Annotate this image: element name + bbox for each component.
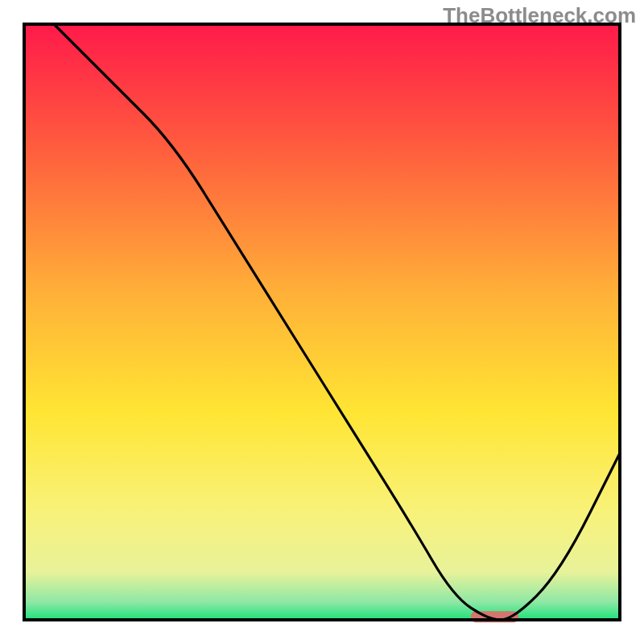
chart-container: { "watermark": "TheBottleneck.com", "cha… bbox=[0, 0, 644, 644]
watermark-text: TheBottleneck.com bbox=[443, 3, 636, 28]
plot-background bbox=[24, 24, 620, 620]
bottleneck-chart bbox=[0, 0, 644, 644]
